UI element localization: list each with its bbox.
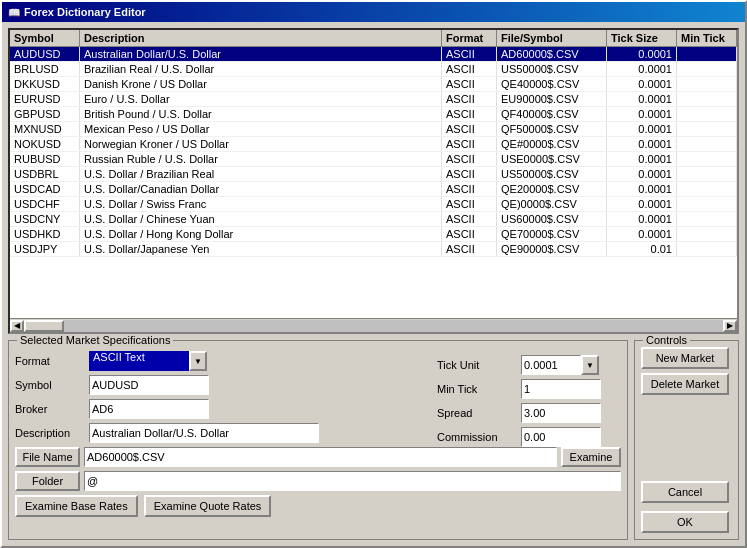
col-header-format: Format (442, 30, 497, 46)
cell-format: ASCII (442, 197, 497, 211)
spacer (641, 399, 732, 477)
format-select[interactable]: ASCII Text (89, 351, 189, 371)
cell-format: ASCII (442, 92, 497, 106)
spread-input[interactable] (521, 403, 601, 423)
tick-unit-input[interactable] (521, 355, 581, 375)
min-tick-row: Min Tick (437, 379, 617, 399)
cell-format: ASCII (442, 62, 497, 76)
folder-row: Folder (15, 471, 621, 491)
cell-filesymbol: US50000$.CSV (497, 167, 607, 181)
cell-format: ASCII (442, 122, 497, 136)
cell-symbol: USDCNY (10, 212, 80, 226)
broker-label: Broker (15, 403, 85, 415)
h-scrollbar[interactable]: ◀ ▶ (10, 318, 737, 332)
cell-mintick (677, 212, 737, 226)
cell-filesymbol: QE40000$.CSV (497, 77, 607, 91)
new-market-button[interactable]: New Market (641, 347, 729, 369)
cell-format: ASCII (442, 227, 497, 241)
folder-button[interactable]: Folder (15, 471, 80, 491)
cell-ticksize: 0.0001 (607, 47, 677, 61)
commission-input[interactable] (521, 427, 601, 447)
folder-input[interactable] (84, 471, 621, 491)
table-row[interactable]: MXNUSD Mexican Peso / US Dollar ASCII QF… (10, 122, 737, 137)
min-tick-input[interactable] (521, 379, 601, 399)
table-row[interactable]: USDBRL U.S. Dollar / Brazilian Real ASCI… (10, 167, 737, 182)
scrollbar-track[interactable] (24, 320, 723, 332)
table-row[interactable]: EURUSD Euro / U.S. Dollar ASCII EU90000$… (10, 92, 737, 107)
table-row[interactable]: USDCNY U.S. Dollar / Chinese Yuan ASCII … (10, 212, 737, 227)
broker-input[interactable] (89, 399, 209, 419)
market-specs-panel: Selected Market Specifications Format AS… (8, 340, 628, 540)
min-tick-label: Min Tick (437, 383, 517, 395)
cell-mintick (677, 197, 737, 211)
commission-label: Commission (437, 431, 517, 443)
tick-unit-arrow[interactable]: ▼ (581, 355, 599, 375)
bottom-section: Selected Market Specifications Format AS… (8, 340, 739, 540)
table-row[interactable]: DKKUSD Danish Krone / US Dollar ASCII QE… (10, 77, 737, 92)
cell-description: U.S. Dollar / Chinese Yuan (80, 212, 442, 226)
symbol-input[interactable] (89, 375, 209, 395)
table-row[interactable]: AUDUSD Australian Dollar/U.S. Dollar ASC… (10, 47, 737, 62)
table-container: Symbol Description Format File/Symbol Ti… (8, 28, 739, 334)
examine-quote-rates-button[interactable]: Examine Quote Rates (144, 495, 272, 517)
market-specs-label: Selected Market Specifications (17, 334, 173, 346)
cell-mintick (677, 47, 737, 61)
cell-symbol: USDBRL (10, 167, 80, 181)
cell-symbol: BRLUSD (10, 62, 80, 76)
scroll-left[interactable]: ◀ (10, 320, 24, 332)
table-row[interactable]: NOKUSD Norwegian Kroner / US Dollar ASCI… (10, 137, 737, 152)
cell-format: ASCII (442, 182, 497, 196)
cell-description: British Pound / U.S. Dollar (80, 107, 442, 121)
tick-unit-combo[interactable]: ▼ (521, 355, 599, 375)
ok-button[interactable]: OK (641, 511, 729, 533)
table-row[interactable]: USDCAD U.S. Dollar/Canadian Dollar ASCII… (10, 182, 737, 197)
table-row[interactable]: USDHKD U.S. Dollar / Hong Kong Dollar AS… (10, 227, 737, 242)
controls-panel: Controls New Market Delete Market Cancel… (634, 340, 739, 540)
cell-filesymbol: EU90000$.CSV (497, 92, 607, 106)
delete-market-button[interactable]: Delete Market (641, 373, 729, 395)
description-input[interactable] (89, 423, 319, 443)
table-row[interactable]: GBPUSD British Pound / U.S. Dollar ASCII… (10, 107, 737, 122)
format-dropdown-arrow[interactable]: ▼ (189, 351, 207, 371)
cancel-button[interactable]: Cancel (641, 481, 729, 503)
cell-description: U.S. Dollar/Japanese Yen (80, 242, 442, 256)
table-row[interactable]: USDJPY U.S. Dollar/Japanese Yen ASCII QE… (10, 242, 737, 257)
cell-mintick (677, 227, 737, 241)
table-row[interactable]: USDCHF U.S. Dollar / Swiss Franc ASCII Q… (10, 197, 737, 212)
cell-symbol: MXNUSD (10, 122, 80, 136)
col-header-mintick: Min Tick (677, 30, 737, 46)
cell-description: Russian Ruble / U.S. Dollar (80, 152, 442, 166)
cell-description: U.S. Dollar/Canadian Dollar (80, 182, 442, 196)
spread-row: Spread (437, 403, 617, 423)
cell-ticksize: 0.0001 (607, 212, 677, 226)
cell-symbol: USDJPY (10, 242, 80, 256)
scroll-right[interactable]: ▶ (723, 320, 737, 332)
col-header-filesymbol: File/Symbol (497, 30, 607, 46)
table-row[interactable]: RUBUSD Russian Ruble / U.S. Dollar ASCII… (10, 152, 737, 167)
cell-format: ASCII (442, 107, 497, 121)
cell-ticksize: 0.0001 (607, 197, 677, 211)
cell-filesymbol: USE0000$.CSV (497, 152, 607, 166)
col-header-description: Description (80, 30, 442, 46)
cell-description: Mexican Peso / US Dollar (80, 122, 442, 136)
window-icon: 📖 (8, 7, 20, 18)
cell-ticksize: 0.0001 (607, 227, 677, 241)
filename-button[interactable]: File Name (15, 447, 80, 467)
scrollbar-thumb[interactable] (24, 320, 64, 332)
cell-symbol: RUBUSD (10, 152, 80, 166)
cell-mintick (677, 137, 737, 151)
cell-description: U.S. Dollar / Swiss Franc (80, 197, 442, 211)
symbol-label: Symbol (15, 379, 85, 391)
cell-mintick (677, 107, 737, 121)
main-window: 📖 Forex Dictionary Editor Symbol Descrip… (0, 0, 747, 548)
window-title: Forex Dictionary Editor (24, 6, 146, 18)
format-combo[interactable]: ASCII Text ▼ (89, 351, 207, 371)
examine-base-rates-button[interactable]: Examine Base Rates (15, 495, 138, 517)
cell-filesymbol: QF50000$.CSV (497, 122, 607, 136)
table-header: Symbol Description Format File/Symbol Ti… (10, 30, 737, 47)
cell-mintick (677, 92, 737, 106)
tick-unit-row: Tick Unit ▼ (437, 355, 617, 375)
col-header-ticksize: Tick Size (607, 30, 677, 46)
cell-ticksize: 0.0001 (607, 62, 677, 76)
table-row[interactable]: BRLUSD Brazilian Real / U.S. Dollar ASCI… (10, 62, 737, 77)
